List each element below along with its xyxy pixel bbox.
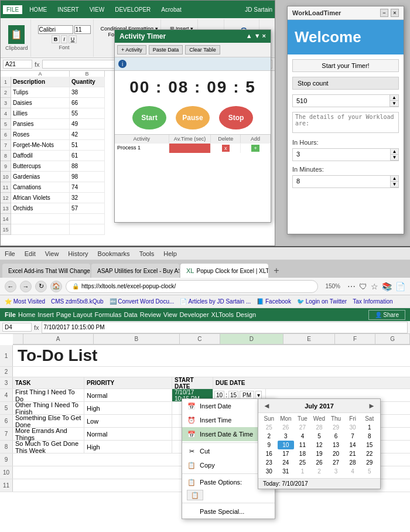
cell-B9[interactable]: 88 xyxy=(70,161,105,171)
col-hdr-C[interactable]: C xyxy=(180,334,220,345)
bookmark-convert[interactable]: 🔤 Convert Word Docu... xyxy=(110,298,175,305)
excel-insert-tab[interactable]: Insert xyxy=(37,311,54,318)
cell-A5[interactable]: Pansies xyxy=(11,119,70,129)
tab-asap[interactable]: ASAP Utilities for Excel - Buy ASA... × xyxy=(91,264,179,278)
cal-day-today[interactable]: 10 xyxy=(278,441,295,449)
bookmark-most-visited[interactable]: ⭐ Most Visited xyxy=(5,298,45,305)
forward-btn[interactable]: → xyxy=(20,281,32,292)
process-time[interactable] xyxy=(169,144,211,153)
cell-B13[interactable]: 57 xyxy=(70,203,105,213)
cal-day[interactable]: 24 xyxy=(278,458,295,467)
cell-A9[interactable]: Buttercups xyxy=(11,161,70,171)
bookmark-twitter[interactable]: 🐦 Login on Twitter xyxy=(297,298,347,305)
col-hdr-G[interactable]: G xyxy=(375,334,410,345)
minutes-input[interactable]: 8 ▲ ▼ xyxy=(292,175,399,188)
timer-close-btn[interactable]: ▲ ▼ × xyxy=(246,32,266,40)
cal-day[interactable]: 20 xyxy=(327,449,344,458)
formula-input-2[interactable] xyxy=(42,322,408,333)
cell-A7[interactable]: Forget-Me-Nots xyxy=(11,140,70,150)
cal-day[interactable]: 18 xyxy=(294,449,311,458)
tab-view[interactable]: VIEW xyxy=(86,5,108,14)
cal-day[interactable]: 6 xyxy=(327,432,344,441)
workload-details-textarea[interactable] xyxy=(292,112,399,133)
col-hdr-E[interactable]: E xyxy=(283,334,335,345)
home-btn[interactable]: 🏠 xyxy=(50,281,62,292)
cal-day[interactable]: 1 xyxy=(294,467,311,476)
cal-day[interactable]: 4 xyxy=(294,432,311,441)
cell-A12[interactable]: African Violets xyxy=(11,193,70,203)
cell-A14[interactable] xyxy=(11,214,70,224)
cal-day[interactable]: 28 xyxy=(311,423,328,432)
share-btn[interactable]: 👤 Share xyxy=(368,310,405,320)
paste-icon[interactable]: 📋 xyxy=(8,25,25,44)
col-header-A[interactable]: A xyxy=(11,71,70,77)
tab-file[interactable]: FILE xyxy=(3,5,22,14)
menu-bookmarks[interactable]: Bookmarks xyxy=(98,250,130,257)
cal-day[interactable]: 26 xyxy=(311,458,328,467)
cell-B11[interactable]: 74 xyxy=(70,182,105,192)
cal-prev-btn[interactable]: ◄ xyxy=(263,401,271,410)
cal-day[interactable]: 27 xyxy=(327,458,344,467)
todo-title[interactable]: To-Do List xyxy=(13,345,102,366)
cal-day[interactable]: 11 xyxy=(294,441,311,449)
cell-ref-input-2[interactable] xyxy=(2,323,32,332)
row8-priority[interactable]: High xyxy=(84,441,172,453)
cell-B15[interactable] xyxy=(70,224,105,234)
cal-day[interactable]: 28 xyxy=(344,458,361,467)
cell-A11[interactable]: Carnations xyxy=(11,182,70,192)
cal-day[interactable]: 13 xyxy=(327,441,344,449)
cell-A13[interactable]: Orchids xyxy=(11,203,70,213)
bookmark-facebook[interactable]: 📘 Facebook xyxy=(257,298,291,305)
excel-page-layout-tab[interactable]: Page Layout xyxy=(56,311,93,318)
back-btn[interactable]: ← xyxy=(5,281,16,292)
cal-day[interactable]: 26 xyxy=(278,423,295,432)
tab-acrobat[interactable]: Acrobat xyxy=(158,5,184,14)
cell-B3[interactable]: 66 xyxy=(70,98,105,108)
menu-edit[interactable]: Edit xyxy=(25,250,36,257)
cal-day[interactable]: 8 xyxy=(361,432,378,441)
add-row-btn[interactable]: + xyxy=(251,145,259,152)
menu-file[interactable]: File xyxy=(5,250,15,257)
cal-day[interactable]: 9 xyxy=(261,441,278,449)
cell-B5[interactable]: 49 xyxy=(70,119,105,129)
menu-history[interactable]: History xyxy=(68,250,88,257)
cell-B2[interactable]: 38 xyxy=(70,87,105,97)
excel-design-tab[interactable]: Design xyxy=(236,311,256,318)
cal-day[interactable]: 16 xyxy=(261,449,278,458)
tab-home[interactable]: HOME xyxy=(26,5,50,14)
col-header-B[interactable]: B xyxy=(70,71,105,77)
minutes-down[interactable]: ▼ xyxy=(391,182,398,187)
row4-task[interactable]: First Thing I Need To Do xyxy=(13,389,84,401)
cell-A1[interactable]: Description xyxy=(11,77,70,87)
excel-view-tab[interactable]: View xyxy=(163,311,177,318)
cal-day[interactable]: 30 xyxy=(261,467,278,476)
cal-day[interactable]: 5 xyxy=(311,432,328,441)
menu-tools[interactable]: Tools xyxy=(139,250,155,257)
cal-day[interactable]: 7 xyxy=(344,432,361,441)
bookmark-cms[interactable]: CMS zdm5tx8.kQub xyxy=(51,298,103,305)
row5-priority[interactable]: High xyxy=(84,402,172,414)
cal-day[interactable]: 5 xyxy=(361,467,378,476)
cal-day[interactable]: 31 xyxy=(278,467,295,476)
cell-A4[interactable]: Lillies xyxy=(11,108,70,118)
clear-table-btn[interactable]: Clear Table xyxy=(185,45,220,54)
excel-home-tab[interactable]: Home xyxy=(18,311,35,318)
cell-A2[interactable]: Tulips xyxy=(11,87,70,97)
cell-A15[interactable] xyxy=(11,224,70,234)
cal-day[interactable]: 3 xyxy=(327,467,344,476)
excel-formulas-tab[interactable]: Formulas xyxy=(95,311,122,318)
cal-day[interactable]: 29 xyxy=(327,423,344,432)
cell-B7[interactable]: 51 xyxy=(70,140,105,150)
cal-day[interactable]: 25 xyxy=(261,423,278,432)
cal-day[interactable]: 21 xyxy=(344,449,361,458)
excel-file-tab[interactable]: File xyxy=(5,311,16,318)
tab-excel-addins[interactable]: Excel Add-ins That Will Change t... × xyxy=(2,264,90,278)
minimize-btn[interactable]: − xyxy=(380,9,388,17)
tab-popup-clock[interactable]: XL Popup Clock for Excel | XLTools - ...… xyxy=(180,264,268,278)
col-hdr-A[interactable]: A xyxy=(23,334,94,345)
row5-task[interactable]: Other Thing I Need To Finish xyxy=(13,402,84,414)
cal-day[interactable]: 23 xyxy=(261,458,278,467)
excel-review-tab[interactable]: Review xyxy=(140,311,161,318)
more-options-icon[interactable]: ⋯ xyxy=(347,282,356,291)
menu-help[interactable]: Help xyxy=(163,250,177,257)
